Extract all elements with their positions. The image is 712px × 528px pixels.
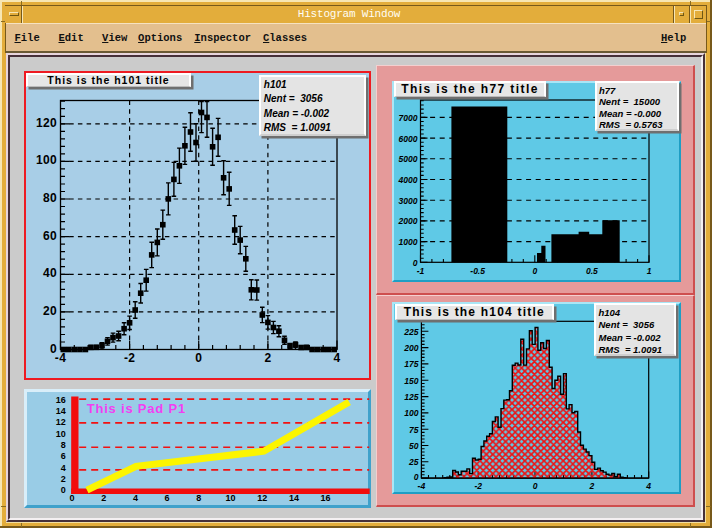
svg-text:150: 150 [404, 376, 418, 386]
svg-text:50: 50 [409, 441, 419, 451]
svg-text:1000: 1000 [399, 237, 418, 247]
svg-text:2: 2 [264, 351, 271, 365]
svg-text:1: 1 [647, 266, 652, 276]
svg-text:2: 2 [589, 481, 595, 491]
svg-text:-4: -4 [54, 351, 65, 365]
svg-text:0: 0 [532, 266, 537, 276]
svg-text:100: 100 [404, 408, 418, 418]
svg-text:125: 125 [404, 392, 418, 402]
svg-text:40: 40 [43, 266, 57, 280]
svg-text:5000: 5000 [399, 154, 418, 164]
svg-text:25: 25 [408, 457, 419, 467]
svg-text:8: 8 [60, 440, 65, 450]
svg-text:120: 120 [36, 115, 57, 129]
svg-text:0: 0 [195, 351, 202, 365]
svg-text:2000: 2000 [398, 216, 418, 226]
svg-text:-2: -2 [123, 351, 134, 365]
svg-text:4000: 4000 [398, 175, 418, 185]
svg-text:6: 6 [60, 451, 65, 461]
svg-text:4: 4 [60, 462, 65, 472]
svg-text:7000: 7000 [399, 113, 418, 123]
svg-text:0: 0 [60, 485, 65, 495]
svg-text:2: 2 [60, 474, 65, 484]
svg-text:-2: -2 [474, 481, 482, 491]
svg-text:16: 16 [55, 394, 65, 404]
svg-text:-1: -1 [417, 266, 425, 276]
svg-text:14: 14 [55, 405, 65, 415]
svg-text:14: 14 [289, 493, 299, 503]
svg-text:200: 200 [403, 343, 418, 353]
svg-text:This is Pad P1: This is Pad P1 [86, 401, 185, 416]
svg-text:10: 10 [55, 428, 65, 438]
svg-text:0: 0 [533, 481, 538, 491]
svg-text:60: 60 [43, 228, 57, 242]
svg-text:8: 8 [196, 493, 201, 503]
svg-text:6000: 6000 [399, 134, 418, 144]
svg-text:0: 0 [69, 493, 74, 503]
svg-text:4: 4 [645, 481, 651, 491]
svg-text:6: 6 [164, 493, 169, 503]
svg-text:16: 16 [320, 493, 330, 503]
svg-text:80: 80 [43, 191, 57, 205]
svg-text:4: 4 [333, 351, 340, 365]
svg-text:75: 75 [409, 425, 419, 435]
svg-text:20: 20 [43, 303, 57, 317]
svg-text:2: 2 [101, 493, 106, 503]
svg-text:3000: 3000 [399, 196, 418, 206]
svg-text:4: 4 [133, 493, 138, 503]
svg-text:175: 175 [404, 359, 418, 369]
svg-text:-0.5: -0.5 [470, 266, 485, 276]
svg-text:12: 12 [55, 417, 65, 427]
svg-text:225: 225 [403, 327, 418, 337]
svg-text:0.5: 0.5 [586, 266, 598, 276]
svg-text:100: 100 [36, 153, 57, 167]
svg-text:10: 10 [225, 493, 235, 503]
svg-text:12: 12 [257, 493, 267, 503]
svg-text:-4: -4 [418, 481, 426, 491]
